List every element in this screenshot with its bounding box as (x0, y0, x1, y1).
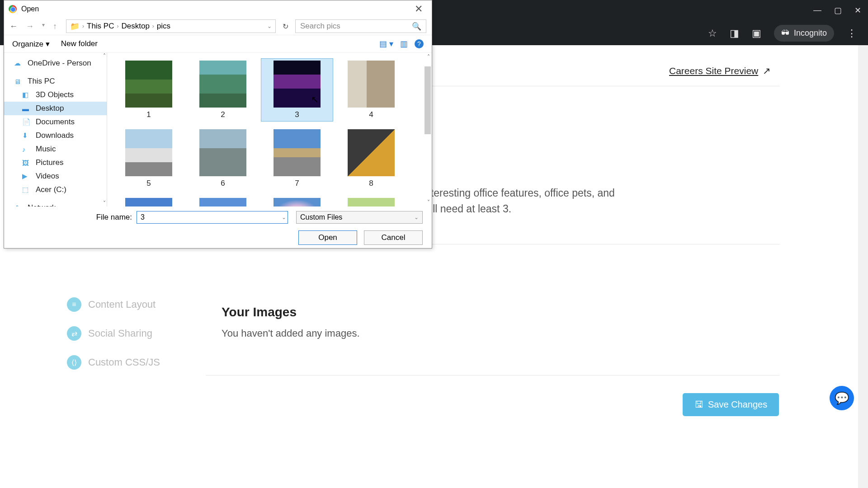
forward-button[interactable]: → (26, 22, 34, 31)
save-label: Save Changes (708, 399, 767, 410)
thumbnail (348, 198, 395, 206)
breadcrumb-thispc[interactable]: This PC (87, 22, 114, 31)
save-changes-button[interactable]: 🖫 Save Changes (683, 393, 779, 416)
more-menu-icon[interactable]: ⋮ (847, 28, 857, 39)
nav-social-sharing[interactable]: ⇄ Social Sharing (67, 326, 160, 341)
network-icon: 🖧 (14, 204, 23, 207)
organize-menu[interactable]: Organize ▾ (12, 39, 50, 49)
preview-pane-button[interactable]: ▥ (400, 39, 408, 49)
thumbnail (199, 129, 246, 176)
careers-preview-link[interactable]: Careers Site Preview ↗ (669, 66, 771, 76)
chevron-right-icon: › (117, 23, 118, 29)
dialog-title-text: Open (21, 5, 39, 13)
videos-icon: ▶ (22, 172, 31, 180)
file-item-9[interactable] (113, 196, 185, 206)
page-scrollbar[interactable] (858, 45, 868, 488)
search-input[interactable]: Search pics 🔍 (295, 19, 426, 33)
scroll-up-icon[interactable]: ˄ (103, 53, 106, 59)
file-item-1[interactable]: 1 (113, 58, 185, 122)
filetype-label: Custom Files (300, 213, 342, 221)
dialog-footer: File name: ⌄ Custom Files ⌄ Open Cancel (4, 206, 432, 249)
file-label: 2 (221, 110, 225, 119)
file-item-3[interactable]: 3 (261, 58, 333, 122)
extensions-icon[interactable]: ◨ (730, 28, 739, 39)
breadcrumb-dropdown-icon[interactable]: ⌄ (267, 23, 272, 29)
cloud-icon: ☁ (14, 59, 23, 67)
cancel-button[interactable]: Cancel (364, 230, 423, 245)
drive-icon: ⬚ (22, 186, 31, 194)
scroll-down-icon[interactable]: ˅ (103, 200, 106, 206)
help-button[interactable]: ? (415, 39, 424, 48)
sidebar-pictures[interactable]: 🖼Pictures (4, 156, 107, 169)
file-label: 3 (295, 110, 299, 119)
sidebar-documents[interactable]: 📄Documents (4, 115, 107, 129)
dialog-toolbar: Organize ▾ New folder ▤ ▾ ▥ ? (4, 35, 432, 53)
scroll-up-icon[interactable]: ˄ (427, 54, 430, 60)
up-button[interactable]: ↑ (53, 22, 57, 31)
sidebar-onedrive[interactable]: ☁OneDrive - Person (4, 56, 107, 70)
file-label: 7 (295, 179, 299, 188)
sidebar-acer-drive[interactable]: ⬚Acer (C:) (4, 183, 107, 197)
scrollbar-thumb[interactable] (425, 66, 431, 134)
side-panel-icon[interactable]: ▣ (752, 28, 761, 39)
file-item-6[interactable]: 6 (187, 127, 259, 190)
sidebar-music[interactable]: ♪Music (4, 142, 107, 156)
file-scrollbar[interactable]: ˄ ˅ (423, 53, 432, 206)
dialog-sidebar: ˄ ☁OneDrive - Person 🖥This PC ◧3D Object… (4, 53, 107, 206)
thumbnail (125, 198, 172, 206)
thumbnail (199, 61, 246, 108)
file-open-dialog: Open ✕ ← → ▾ ↑ 📁 › This PC › Desktop › p… (4, 0, 432, 249)
sidebar-downloads[interactable]: ⬇Downloads (4, 129, 107, 142)
code-icon: ⟨⟩ (67, 355, 81, 370)
documents-icon: 📄 (22, 118, 31, 126)
breadcrumb-pics[interactable]: pics (157, 22, 170, 31)
file-item-7[interactable]: 7 (261, 127, 333, 190)
back-button[interactable]: ← (9, 22, 18, 31)
file-item-2[interactable]: 2 (187, 58, 259, 122)
save-icon: 🖫 (694, 399, 703, 410)
new-folder-button[interactable]: New folder (61, 39, 98, 48)
sidebar-network[interactable]: 🖧Network (4, 201, 107, 206)
share-icon: ⇄ (67, 326, 81, 341)
nav-social-label: Social Sharing (88, 328, 152, 339)
open-button[interactable]: Open (298, 230, 357, 245)
refresh-button[interactable]: ↻ (283, 22, 288, 31)
external-link-icon: ↗ (763, 66, 771, 76)
filename-dropdown-icon[interactable]: ⌄ (282, 214, 286, 221)
file-item-8[interactable]: 8 (335, 127, 407, 190)
close-window-button[interactable]: ✕ (854, 5, 861, 15)
maximize-button[interactable]: ▢ (834, 5, 842, 15)
pictures-icon: 🖼 (22, 159, 31, 167)
filename-input[interactable] (137, 211, 288, 224)
file-item-5[interactable]: 5 (113, 127, 185, 190)
downloads-icon: ⬇ (22, 131, 31, 140)
sidebar-videos[interactable]: ▶Videos (4, 169, 107, 183)
file-item-10[interactable] (187, 196, 259, 206)
nav-content-layout[interactable]: ≡ Content Layout (67, 297, 160, 312)
chevron-down-icon: ⌄ (414, 214, 419, 221)
sidebar-thispc[interactable]: 🖥This PC (4, 75, 107, 88)
nav-custom-css[interactable]: ⟨⟩ Custom CSS/JS (67, 355, 160, 370)
history-dropdown-icon[interactable]: ▾ (42, 22, 45, 31)
folder-icon: 📁 (70, 22, 80, 31)
sidebar-desktop[interactable]: ▬Desktop (4, 102, 107, 115)
dialog-close-button[interactable]: ✕ (410, 3, 427, 15)
breadcrumb[interactable]: 📁 › This PC › Desktop › pics ⌄ (66, 19, 276, 33)
view-mode-button[interactable]: ▤ ▾ (379, 39, 393, 49)
sidebar-3d-objects[interactable]: ◧3D Objects (4, 88, 107, 102)
breadcrumb-desktop[interactable]: Desktop (121, 22, 149, 31)
nav-custom-label: Custom CSS/JS (88, 357, 160, 368)
file-area: 1 2 3 4 5 6 7 8 ˄ ˅ (107, 53, 432, 206)
bookmark-star-icon[interactable]: ☆ (708, 28, 717, 39)
scroll-down-icon[interactable]: ˅ (427, 199, 430, 206)
minimize-button[interactable]: — (813, 5, 821, 15)
file-item-11[interactable] (261, 196, 333, 206)
incognito-badge[interactable]: 🕶 Incognito (774, 25, 834, 42)
chat-widget-button[interactable]: 💬 (830, 386, 854, 410)
thumbnail (274, 61, 321, 108)
thumbnail (199, 198, 246, 206)
file-item-12[interactable] (335, 196, 407, 206)
filetype-select[interactable]: Custom Files ⌄ (296, 211, 423, 224)
filename-label: File name: (96, 213, 132, 222)
file-item-4[interactable]: 4 (335, 58, 407, 122)
